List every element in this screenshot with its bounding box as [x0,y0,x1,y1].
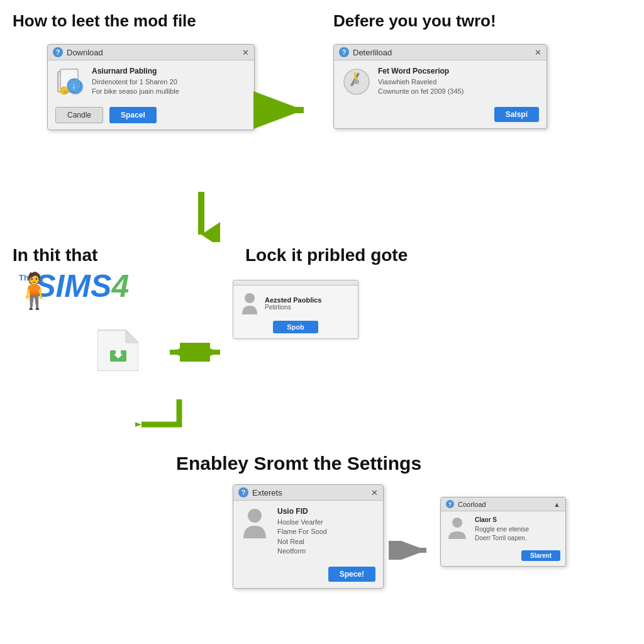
svg-point-12 [354,79,359,84]
dialog-download-close[interactable]: ✕ [242,48,249,57]
dialog-lock-avatar [240,292,260,314]
dialog-download-icon: ↓ 😊 [55,67,86,97]
help-icon-5: ? [446,500,454,508]
svg-text:↓: ↓ [72,80,76,91]
dialog-coorload-close[interactable]: ▲ [553,501,560,508]
svg-marker-16 [126,330,138,343]
dialog-coorload-titlebar: ? Coorload ▲ [441,497,565,511]
page-wrapper: How to leet the mod file Defere you you … [0,0,644,644]
dialog-lock-text: Aezsted Paoblics Petirtions [265,296,321,311]
dialog-deterliload-ok[interactable]: Salspi [494,107,539,122]
svg-point-28 [452,518,462,528]
svg-point-25 [248,509,262,523]
dialog-coorload-icon [446,516,469,539]
dialog-deterliload: ? Deterliload ✕ Fet Word Pocseriop Viasw… [333,44,547,129]
dialog-deterliload-sub1: Viaswhieh Raveled [378,77,539,87]
svg-point-23 [245,293,255,303]
dialog-lock-body: Aezsted Paoblics Petirtions [233,286,358,318]
dialog-deterliload-body: Fet Word Pocseriop Viaswhieh Raveled Cow… [334,60,547,103]
dialog-exterets-icon [241,507,271,537]
dialog-download: ? Download ✕ ↓ 😊 Asiurnard Pabling [47,44,255,130]
dialog-coorload-text: Claor S Roggle ene etenise Doerr Torril … [475,516,560,543]
heading-middle-right: Lock it pribled gote [245,245,408,265]
heading-top-right: Defere you you twro! [333,11,496,31]
help-icon-2: ? [339,47,349,57]
help-icon: ? [53,47,63,57]
dialog-coorload: ? Coorload ▲ Claor S Roggle ene etenise … [440,497,566,567]
dialog-deterliload-titlebar-left: ? Deterliload [339,47,392,57]
dialog-deterliload-titlebar: ? Deterliload ✕ [334,45,547,60]
dialog-exterets-title: Exterets [252,488,282,497]
dialog-coorload-sub2: Doerr Torril oapen. [475,534,560,543]
dialog-exterets-close[interactable]: ✕ [371,488,378,497]
dialog-download-buttons: Candle Spacel [48,103,254,130]
dialog-exterets-body: Usio FID Hoolse Vearfer Flame For Sood N… [233,501,383,563]
arrow-left-right [164,343,226,362]
dialog-download-sub1: Dirdenotent for 1 Sharen 20 [92,77,247,87]
dialog-coorload-buttons: Slarent [441,548,565,566]
dialog-lock-content: Aezsted Paoblics Petirtions [240,292,352,314]
arrow-right-2 [389,541,433,560]
dialog-deterliload-main: Fet Word Pocseriop [378,67,539,75]
dialog-exterets-sub4: Neotform [277,547,375,556]
dialog-exterets: ? Exterets ✕ Usio FID Hoolse Vearfer Fla… [233,484,384,589]
dialog-lock-main: Aezsted Paoblics [265,296,321,304]
dialog-download-title: Download [67,48,103,57]
arrow-right-1 [261,97,311,123]
dialog-coorload-left: ? Coorload [446,500,486,508]
dialog-deterliload-text: Fet Word Pocseriop Viaswhieh Raveled Cow… [378,67,539,97]
dialog-coorload-body: Claor S Roggle ene etenise Doerr Torril … [441,511,565,548]
sims-4: 4 [111,270,129,302]
arrow-down-2 [135,399,186,443]
dialog-exterets-sub2: Flame For Sood [277,527,375,536]
dialog-exterets-text: Usio FID Hoolse Vearfer Flame For Sood N… [277,507,375,557]
dialog-lock-buttons: Spob [233,318,358,338]
dialog-download-sub2: For bike seaso juain mullible [92,87,247,96]
dialog-exterets-sub1: Hoolse Vearfer [277,518,375,527]
heading-bottom: Enabley Sromt the Settings [176,453,421,474]
dialog-exterets-main: Usio FID [277,507,375,516]
dialog-lock-ok[interactable]: Spob [273,321,318,333]
dialog-download-titlebar: ? Download ✕ [48,45,254,60]
dialog-coorload-main: Claor S [475,516,560,523]
dialog-coorload-sub1: Roggle ene etenise [475,525,560,534]
dialog-lock-topbar [233,280,358,286]
svg-text:😊: 😊 [62,87,70,95]
dialog-coorload-title: Coorload [458,501,486,508]
dialog-coorload-ok[interactable]: Slarent [521,550,560,561]
heading-middle-left: In thit that [13,245,97,265]
dialog-deterliload-title: Deterliload [353,48,392,57]
sims-logo-area: The SIMS 4 🧍 [19,270,129,302]
dialog-exterets-ok[interactable]: Spece! [328,567,375,582]
svg-rect-19 [116,349,121,357]
arrow-down-1 [182,192,220,242]
dialog-download-ok[interactable]: Spacel [109,107,157,123]
dialog-exterets-buttons: Spece! [233,563,383,588]
mod-file-icon [97,324,138,374]
sims-character: 🧍 [13,270,56,311]
dialog-exterets-titlebar-left: ? Exterets [238,487,282,497]
dialog-download-body: ↓ 😊 Asiurnard Pabling Dirdenotent for 1 … [48,60,254,103]
dialog-exterets-sub3: Not Real [277,537,375,547]
dialog-download-text: Asiurnard Pabling Dirdenotent for 1 Shar… [92,67,247,97]
dialog-deterliload-buttons: Salspi [334,103,547,128]
dialog-exterets-titlebar: ? Exterets ✕ [233,485,383,501]
dialog-download-main: Asiurnard Pabling [92,67,247,75]
dialog-titlebar-left: ? Download [53,47,103,57]
dialog-download-cancel[interactable]: Candle [55,107,103,123]
dialog-deterliload-close[interactable]: ✕ [535,48,541,57]
heading-top-left: How to leet the mod file [13,11,196,31]
dialog-lock: Aezsted Paoblics Petirtions Spob [233,280,358,339]
dialog-deterliload-sub2: Cownunte on fet 2009 (345) [378,87,539,96]
dialog-deterliload-icon [341,67,372,97]
dialog-lock-sub: Petirtions [265,304,321,311]
help-icon-4: ? [238,487,248,497]
